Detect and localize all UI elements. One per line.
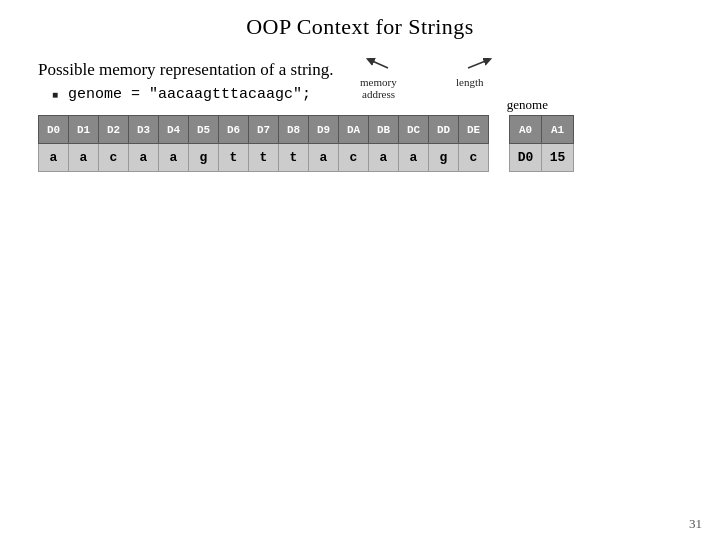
bullet-icon: ■ [52, 89, 58, 100]
page-number: 31 [689, 516, 702, 532]
data-cell: a [159, 144, 189, 172]
memory-section: genome D0D1D2D3D4D5D6D7D8D9DADBDCDDDE aa… [38, 115, 720, 172]
side-header-cell: A0 [510, 116, 542, 144]
data-cell: a [129, 144, 159, 172]
side-data-cell: D0 [510, 144, 542, 172]
side-data-cell: 15 [542, 144, 574, 172]
data-cell: t [279, 144, 309, 172]
side-header-cell: A1 [542, 116, 574, 144]
data-cell: a [369, 144, 399, 172]
header-cell: D0 [39, 116, 69, 144]
header-cell: DC [399, 116, 429, 144]
page-title: OOP Context for Strings [0, 0, 720, 50]
header-cell: D5 [189, 116, 219, 144]
subtitle: Possible memory representation of a stri… [38, 60, 720, 80]
memory-table: D0D1D2D3D4D5D6D7D8D9DADBDCDDDE aacaagttt… [38, 115, 489, 172]
data-row: aacaagtttacaagc [39, 144, 489, 172]
side-data-row: D015 [510, 144, 574, 172]
table-wrapper: D0D1D2D3D4D5D6D7D8D9DADBDCDDDE aacaagttt… [38, 115, 720, 172]
data-cell: t [249, 144, 279, 172]
data-cell: g [189, 144, 219, 172]
data-cell: a [69, 144, 99, 172]
data-cell: c [339, 144, 369, 172]
genome-label: genome [507, 97, 548, 113]
header-cell: DA [339, 116, 369, 144]
data-cell: a [399, 144, 429, 172]
header-cell: D9 [309, 116, 339, 144]
header-cell: DD [429, 116, 459, 144]
header-cell: DE [459, 116, 489, 144]
data-cell: c [99, 144, 129, 172]
data-cell: g [429, 144, 459, 172]
header-cell: D1 [69, 116, 99, 144]
header-row: D0D1D2D3D4D5D6D7D8D9DADBDCDDDE [39, 116, 489, 144]
header-cell: DB [369, 116, 399, 144]
header-cell: D7 [249, 116, 279, 144]
data-cell: a [309, 144, 339, 172]
data-cell: a [39, 144, 69, 172]
header-cell: D2 [99, 116, 129, 144]
data-cell: t [219, 144, 249, 172]
bullet-text: genome = "aacaagtttacaagc"; [68, 86, 311, 103]
side-header-row: A0A1 [510, 116, 574, 144]
header-cell: D6 [219, 116, 249, 144]
side-table: A0A1 D015 [509, 115, 574, 172]
header-cell: D3 [129, 116, 159, 144]
data-cell: c [459, 144, 489, 172]
header-cell: D8 [279, 116, 309, 144]
header-cell: D4 [159, 116, 189, 144]
